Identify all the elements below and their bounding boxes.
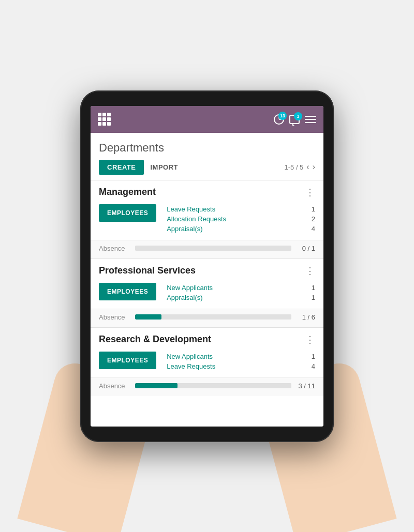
absence-progress-fill bbox=[135, 383, 178, 388]
stat-value: 1 bbox=[312, 353, 315, 360]
stat-row: Appraisal(s) 1 bbox=[167, 293, 315, 302]
activity-badge: 13 bbox=[278, 112, 287, 120]
hamburger-menu-icon[interactable] bbox=[305, 116, 316, 123]
stat-value: 4 bbox=[312, 362, 315, 370]
absence-row: Absence 0 / 1 bbox=[91, 240, 323, 259]
stat-value: 2 bbox=[312, 215, 315, 223]
dept-name: Professional Services bbox=[99, 265, 196, 276]
department-card: Research & Development ⋮ EMPLOYEES New A… bbox=[91, 327, 323, 396]
dept-header: Research & Development ⋮ bbox=[91, 328, 323, 349]
employees-button[interactable]: EMPLOYEES bbox=[99, 352, 156, 369]
create-button[interactable]: CREATE bbox=[99, 160, 144, 175]
absence-label: Absence bbox=[99, 382, 130, 390]
absence-row: Absence 1 / 6 bbox=[91, 309, 323, 327]
grid-menu-icon[interactable] bbox=[98, 113, 111, 126]
stat-label: Leave Requests bbox=[167, 205, 215, 213]
employees-button[interactable]: EMPLOYEES bbox=[99, 204, 156, 222]
tablet: 13 3 Departments bbox=[80, 90, 334, 442]
dept-header: Management ⋮ bbox=[91, 180, 323, 202]
dept-name: Research & Development bbox=[99, 334, 211, 345]
absence-progress-bg bbox=[135, 246, 291, 251]
dept-stats: New Applicants 1 Leave Requests 4 bbox=[167, 352, 315, 371]
dept-name: Management bbox=[99, 187, 156, 197]
absence-count: 3 / 11 bbox=[297, 382, 315, 390]
stat-label: Appraisal(s) bbox=[167, 294, 202, 301]
stat-label: Allocation Requests bbox=[167, 215, 226, 223]
dept-header: Professional Services ⋮ bbox=[91, 259, 323, 281]
absence-progress-bg bbox=[135, 383, 291, 388]
activity-icon-wrapper[interactable]: 13 bbox=[274, 114, 284, 125]
stat-label: Leave Requests bbox=[167, 362, 215, 370]
absence-progress-fill bbox=[135, 314, 161, 320]
dept-body: EMPLOYEES New Applicants 1 Leave Request… bbox=[91, 349, 323, 377]
navbar: 13 3 bbox=[91, 106, 323, 133]
pagination-text: 1-5 / 5 bbox=[284, 163, 303, 171]
toolbar: CREATE IMPORT 1-5 / 5 ‹ › bbox=[99, 160, 315, 175]
employees-button[interactable]: EMPLOYEES bbox=[99, 283, 156, 300]
department-card: Professional Services ⋮ EMPLOYEES New Ap… bbox=[91, 259, 323, 327]
prev-page-button[interactable]: ‹ bbox=[306, 163, 309, 171]
messages-badge: 3 bbox=[294, 112, 302, 120]
dept-stats: Leave Requests 1 Allocation Requests 2 A… bbox=[167, 204, 315, 234]
absence-count: 0 / 1 bbox=[297, 245, 315, 252]
stat-row: New Applicants 1 bbox=[167, 352, 315, 361]
dept-menu-icon[interactable]: ⋮ bbox=[305, 265, 315, 277]
scene: 13 3 Departments bbox=[0, 0, 414, 532]
stat-label: New Applicants bbox=[167, 284, 213, 292]
dept-stats: New Applicants 1 Appraisal(s) 1 bbox=[167, 283, 315, 302]
content-area: Departments CREATE IMPORT 1-5 / 5 ‹ › Ma… bbox=[91, 133, 323, 427]
page-title: Departments bbox=[99, 141, 315, 155]
navbar-right: 13 3 bbox=[274, 114, 316, 125]
department-list: Management ⋮ EMPLOYEES Leave Requests 1 … bbox=[91, 180, 323, 396]
page-header: Departments CREATE IMPORT 1-5 / 5 ‹ › bbox=[91, 133, 323, 180]
stat-label: New Applicants bbox=[167, 353, 213, 360]
stat-row: Appraisal(s) 4 bbox=[167, 224, 315, 234]
stat-row: Leave Requests 1 bbox=[167, 204, 315, 214]
absence-progress-bg bbox=[135, 314, 291, 320]
dept-body: EMPLOYEES Leave Requests 1 Allocation Re… bbox=[91, 202, 323, 240]
dept-menu-icon[interactable]: ⋮ bbox=[305, 187, 315, 198]
absence-count: 1 / 6 bbox=[297, 313, 315, 321]
absence-label: Absence bbox=[99, 245, 130, 252]
stat-value: 4 bbox=[312, 225, 315, 233]
stat-value: 1 bbox=[312, 284, 315, 292]
pagination: 1-5 / 5 ‹ › bbox=[284, 163, 315, 171]
dept-body: EMPLOYEES New Applicants 1 Appraisal(s) … bbox=[91, 281, 323, 309]
dept-menu-icon[interactable]: ⋮ bbox=[305, 334, 315, 345]
import-button[interactable]: IMPORT bbox=[150, 163, 178, 171]
absence-label: Absence bbox=[99, 313, 130, 321]
absence-row: Absence 3 / 11 bbox=[91, 377, 323, 396]
messages-icon-wrapper[interactable]: 3 bbox=[289, 115, 300, 124]
department-card: Management ⋮ EMPLOYEES Leave Requests 1 … bbox=[91, 180, 323, 259]
stat-label: Appraisal(s) bbox=[167, 225, 202, 233]
tablet-screen: 13 3 Departments bbox=[91, 106, 323, 427]
stat-value: 1 bbox=[312, 294, 315, 301]
stat-row: New Applicants 1 bbox=[167, 283, 315, 293]
stat-value: 1 bbox=[312, 205, 315, 213]
next-page-button[interactable]: › bbox=[313, 163, 315, 171]
stat-row: Allocation Requests 2 bbox=[167, 214, 315, 224]
stat-row: Leave Requests 4 bbox=[167, 361, 315, 371]
